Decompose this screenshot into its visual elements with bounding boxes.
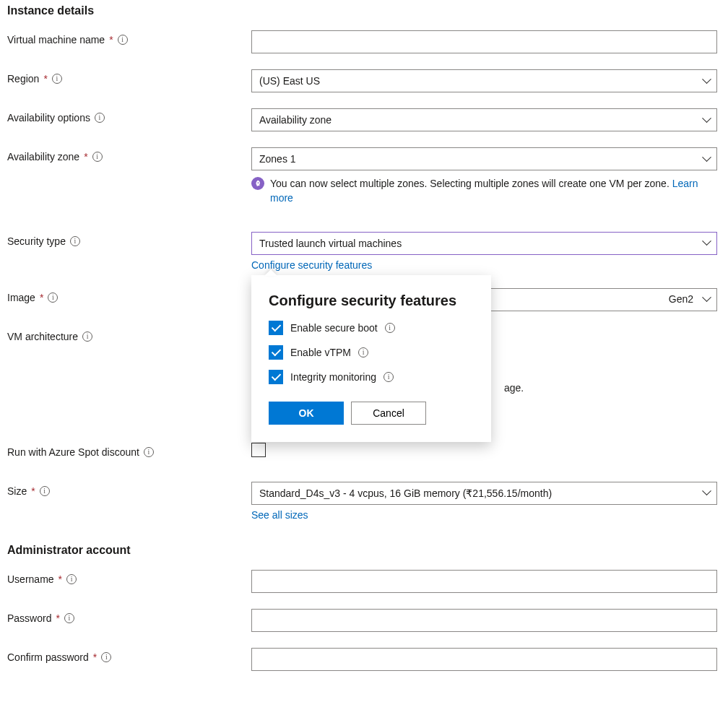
label-image: Image — [7, 292, 35, 303]
label-spot-discount: Run with Azure Spot discount — [7, 446, 139, 458]
size-value: Standard_D4s_v3 - 4 vcpus, 16 GiB memory… — [259, 488, 552, 499]
info-icon[interactable] — [144, 447, 154, 457]
info-icon[interactable] — [92, 152, 103, 162]
info-icon[interactable] — [82, 332, 92, 342]
required-star: * — [31, 485, 35, 497]
row-size: Size * Standard_D4s_v3 - 4 vcpus, 16 GiB… — [7, 482, 721, 521]
zone-hint-text: You can now select multiple zones. Selec… — [270, 178, 670, 189]
row-security-type: Security type Trusted launch virtual mac… — [7, 232, 721, 271]
label-availability-options: Availability options — [7, 112, 90, 124]
info-icon[interactable] — [385, 323, 395, 333]
password-input[interactable] — [251, 609, 717, 632]
row-username: Username * — [7, 570, 721, 593]
section-admin-account: Administrator account — [7, 544, 721, 557]
info-icon[interactable] — [52, 74, 62, 84]
required-star: * — [40, 292, 43, 303]
security-popover: Configure security features Enable secur… — [251, 275, 491, 442]
label-vm-architecture: VM architecture — [7, 331, 78, 342]
integrity-checkbox[interactable] — [269, 370, 283, 384]
required-star: * — [84, 151, 87, 162]
region-select[interactable]: (US) East US — [251, 69, 717, 92]
label-vm-name: Virtual machine name — [7, 34, 105, 46]
row-confirm-password: Confirm password * — [7, 648, 721, 671]
security-type-value: Trusted launch virtual machines — [259, 238, 402, 249]
chevron-down-icon — [702, 77, 711, 85]
cancel-button[interactable]: Cancel — [351, 402, 426, 425]
chevron-down-icon — [702, 116, 711, 124]
row-region: Region * (US) East US — [7, 69, 721, 92]
secure-boot-checkbox[interactable] — [269, 321, 283, 335]
rocket-icon — [251, 177, 264, 190]
chevron-down-icon — [702, 295, 711, 304]
availability-zone-value: Zones 1 — [259, 153, 296, 165]
info-icon[interactable] — [70, 236, 80, 246]
secure-boot-label: Enable secure boot — [290, 322, 378, 334]
availability-zone-select[interactable]: Zones 1 — [251, 147, 717, 170]
row-vm-name: Virtual machine name * — [7, 30, 721, 53]
vtpm-checkbox[interactable] — [269, 345, 283, 360]
row-password: Password * — [7, 609, 721, 632]
info-icon[interactable] — [118, 35, 128, 45]
section-instance-details: Instance details — [7, 4, 721, 17]
confirm-password-input[interactable] — [251, 648, 717, 671]
required-star: * — [93, 651, 97, 663]
info-icon[interactable] — [64, 613, 74, 623]
required-star: * — [56, 612, 59, 624]
required-star: * — [58, 573, 62, 585]
label-confirm-password: Confirm password — [7, 651, 89, 663]
row-spot-discount: Run with Azure Spot discount — [7, 443, 721, 466]
popover-title: Configure security features — [269, 292, 474, 309]
row-availability-options: Availability options Availability zone — [7, 108, 721, 131]
info-icon[interactable] — [95, 113, 105, 123]
info-icon[interactable] — [48, 292, 58, 303]
integrity-label: Integrity monitoring — [290, 371, 376, 383]
label-size: Size — [7, 485, 27, 497]
label-password: Password — [7, 612, 51, 624]
security-type-select[interactable]: Trusted launch virtual machines — [251, 232, 717, 255]
chevron-down-icon — [702, 155, 711, 163]
vtpm-label: Enable vTPM — [290, 347, 351, 358]
spot-discount-checkbox[interactable] — [251, 443, 266, 457]
row-availability-zone: Availability zone * Zones 1 You can now … — [7, 147, 721, 206]
username-input[interactable] — [251, 570, 717, 593]
ok-button[interactable]: OK — [269, 402, 344, 425]
info-icon[interactable] — [66, 574, 77, 584]
info-icon[interactable] — [40, 486, 50, 496]
architecture-hint-suffix: age. — [504, 382, 524, 394]
vm-name-input[interactable] — [251, 30, 717, 53]
image-value-suffix: Gen2 — [669, 293, 693, 305]
info-icon[interactable] — [101, 652, 111, 662]
chevron-down-icon — [702, 489, 711, 498]
label-availability-zone: Availability zone — [7, 151, 79, 162]
label-security-type: Security type — [7, 235, 66, 247]
region-value: (US) East US — [259, 75, 320, 87]
see-all-sizes-link[interactable]: See all sizes — [251, 509, 308, 521]
zone-hint: You can now select multiple zones. Selec… — [251, 176, 717, 206]
required-star: * — [43, 73, 47, 84]
info-icon[interactable] — [384, 372, 394, 382]
availability-options-value: Availability zone — [259, 114, 332, 126]
size-select[interactable]: Standard_D4s_v3 - 4 vcpus, 16 GiB memory… — [251, 482, 717, 505]
label-region: Region — [7, 73, 39, 84]
label-username: Username — [7, 573, 54, 585]
chevron-down-icon — [702, 239, 711, 248]
required-star: * — [109, 34, 113, 46]
info-icon[interactable] — [358, 347, 368, 358]
availability-options-select[interactable]: Availability zone — [251, 108, 717, 131]
